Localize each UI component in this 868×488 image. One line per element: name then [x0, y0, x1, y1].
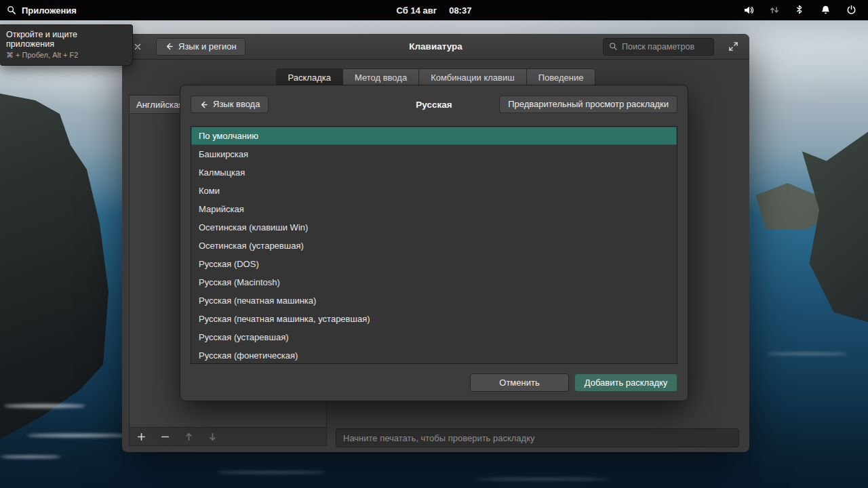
variant-row[interactable]: Коми: [191, 182, 677, 200]
clock[interactable]: Сб 14 авг 08:37: [397, 5, 472, 16]
add-layout-button[interactable]: Добавить раскладку: [574, 373, 677, 392]
close-button[interactable]: [132, 41, 144, 53]
headerbar: Язык и регион Клавиатура: [122, 34, 749, 60]
applications-menu[interactable]: Приложения: [0, 5, 77, 16]
top-panel: Приложения Сб 14 авг 08:37: [0, 0, 868, 20]
back-arrow-icon: [199, 100, 208, 109]
variant-row[interactable]: Русская (Macintosh): [191, 273, 677, 291]
add-layout-dialog: Язык ввода Русская Предварительный просм…: [180, 85, 688, 401]
applications-tooltip: Откройте и ищите приложения ⌘ + Пробел, …: [0, 24, 133, 66]
move-down-icon[interactable]: [208, 432, 218, 442]
sea-foam: [217, 471, 326, 474]
back-arrow-icon: [165, 42, 174, 51]
settings-search[interactable]: [603, 38, 714, 56]
variant-row[interactable]: Осетинская (устаревшая): [191, 237, 677, 255]
tooltip-title: Откройте и ищите приложения: [6, 30, 125, 49]
applications-label: Приложения: [22, 5, 77, 16]
variant-row[interactable]: Русская (печатная машинка, устаревшая): [191, 310, 677, 328]
tab-shortcuts[interactable]: Комбинации клавиш: [419, 68, 527, 87]
back-button-language-region[interactable]: Язык и регион: [156, 38, 245, 56]
add-icon[interactable]: [136, 432, 146, 442]
window-title: Клавиатура: [409, 41, 462, 52]
variant-row[interactable]: Русская (DOS): [191, 255, 677, 273]
date-label: Сб 14 авг: [397, 5, 437, 16]
search-icon: [609, 42, 618, 51]
view-switcher: Раскладка Метод ввода Комбинации клавиш …: [276, 68, 596, 87]
left-cliff: [0, 0, 130, 488]
variant-row[interactable]: Русская (фонетическая): [191, 346, 677, 364]
tab-behavior[interactable]: Поведение: [527, 68, 596, 87]
system-tray: [743, 5, 868, 16]
fullscreen-icon[interactable]: [726, 40, 740, 54]
power-icon[interactable]: [846, 5, 857, 16]
notifications-icon[interactable]: [821, 5, 831, 16]
bluetooth-icon[interactable]: [795, 5, 806, 16]
variant-row[interactable]: Башкирская: [191, 145, 677, 163]
time-label: 08:37: [449, 5, 471, 16]
layout-test-input[interactable]: [343, 433, 732, 443]
tooltip-shortcut: ⌘ + Пробел, Alt + F2: [6, 51, 125, 60]
sea-foam: [766, 352, 848, 355]
back-button-input-language[interactable]: Язык ввода: [191, 96, 269, 113]
back-button-label: Язык ввода: [213, 99, 260, 110]
move-up-icon[interactable]: [184, 432, 194, 442]
layouts-toolbar: [129, 427, 327, 446]
variant-row[interactable]: Русская (устаревшая): [191, 328, 677, 346]
settings-window: Язык и регион Клавиатура Раскладка Метод…: [122, 34, 749, 452]
variant-row[interactable]: Калмыцкая: [191, 163, 677, 182]
sea-foam: [4, 404, 85, 408]
search-input[interactable]: [622, 42, 708, 52]
dialog-footer: Отменить Добавить раскладку: [470, 373, 677, 392]
dialog-title: Русская: [416, 100, 452, 110]
tab-input-method[interactable]: Метод ввода: [343, 68, 419, 87]
sea-foam: [475, 478, 610, 481]
volume-icon[interactable]: [743, 5, 754, 16]
variant-list: По умолчанию Башкирская Калмыцкая Коми М…: [191, 126, 677, 364]
variant-row[interactable]: Осетинская (клавиши Win): [191, 218, 677, 237]
remove-icon[interactable]: [160, 432, 170, 442]
variant-row[interactable]: По умолчанию: [191, 127, 677, 145]
sea-foam: [0, 455, 61, 458]
right-main-cliff: [746, 0, 868, 488]
sea-foam: [27, 434, 129, 437]
tab-layout[interactable]: Раскладка: [276, 68, 343, 87]
preview-layout-button[interactable]: Предварительный просмотр раскладки: [499, 96, 677, 113]
back-button-label: Язык и регион: [178, 41, 237, 52]
cancel-button[interactable]: Отменить: [470, 373, 569, 392]
variant-row[interactable]: Русская (печатная машинка): [191, 291, 677, 310]
layout-test-entry[interactable]: [336, 428, 739, 447]
dialog-header: Язык ввода Русская Предварительный просм…: [191, 94, 677, 115]
variant-row[interactable]: Марийская: [191, 200, 677, 218]
network-icon[interactable]: [769, 5, 780, 16]
search-icon: [7, 5, 16, 15]
